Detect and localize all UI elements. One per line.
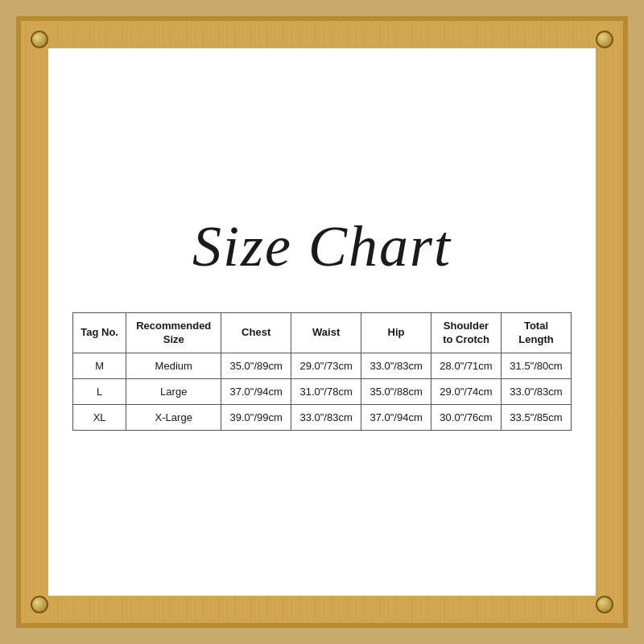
table-row: MMedium35.0"/89cm29.0"/73cm33.0"/83cm28.…: [73, 353, 572, 379]
cell-total-length: 31.5"/80cm: [502, 353, 572, 379]
table-row: LLarge37.0"/94cm31.0"/78cm35.0"/88cm29.0…: [73, 379, 572, 405]
size-chart-table: Tag No. RecommendedSize Chest Waist Hip …: [72, 312, 572, 431]
cell-size: Large: [126, 379, 221, 405]
table-header-row: Tag No. RecommendedSize Chest Waist Hip …: [73, 312, 572, 353]
cell-waist: 33.0"/83cm: [291, 405, 361, 431]
cell-chest: 37.0"/94cm: [221, 379, 291, 405]
cell-tag: M: [73, 353, 126, 379]
cell-chest: 35.0"/89cm: [221, 353, 291, 379]
cell-shoulder-to-crotch: 30.0"/76cm: [431, 405, 502, 431]
cell-shoulder-to-crotch: 28.0"/71cm: [431, 353, 502, 379]
corner-bolt-br: [596, 596, 613, 613]
page-title: Size Chart: [192, 213, 452, 280]
col-header-chest: Chest: [221, 312, 291, 353]
cell-size: Medium: [126, 353, 221, 379]
cell-chest: 39.0"/99cm: [221, 405, 291, 431]
cell-shoulder-to-crotch: 29.0"/74cm: [431, 379, 502, 405]
corner-bolt-tl: [31, 31, 48, 48]
cell-hip: 37.0"/94cm: [361, 405, 431, 431]
col-header-total-length: TotalLength: [502, 312, 572, 353]
cell-waist: 29.0"/73cm: [291, 353, 361, 379]
col-header-shoulder-to-crotch: Shoulderto Crotch: [431, 312, 502, 353]
cell-hip: 35.0"/88cm: [361, 379, 431, 405]
cell-total-length: 33.0"/83cm: [502, 379, 572, 405]
table-row: XLX-Large39.0"/99cm33.0"/83cm37.0"/94cm3…: [73, 405, 572, 431]
cell-tag: XL: [73, 405, 126, 431]
col-header-waist: Waist: [291, 312, 361, 353]
col-header-size: RecommendedSize: [126, 312, 221, 353]
wood-frame: Size Chart Tag No. RecommendedSize Chest…: [16, 16, 628, 628]
cell-total-length: 33.5"/85cm: [502, 405, 572, 431]
cell-tag: L: [73, 379, 126, 405]
cell-waist: 31.0"/78cm: [291, 379, 361, 405]
col-header-hip: Hip: [361, 312, 431, 353]
corner-bolt-tr: [596, 31, 613, 48]
cell-size: X-Large: [126, 405, 221, 431]
corner-bolt-bl: [31, 596, 48, 613]
col-header-tag: Tag No.: [73, 312, 126, 353]
cell-hip: 33.0"/83cm: [361, 353, 431, 379]
inner-content: Size Chart Tag No. RecommendedSize Chest…: [48, 48, 596, 596]
